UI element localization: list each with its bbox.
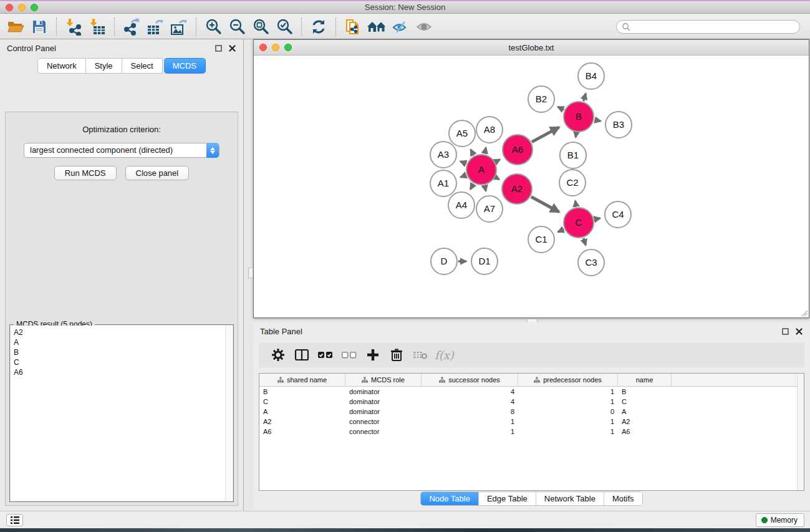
edge-C-C1[interactable] — [558, 230, 564, 232]
hide-selected-icon[interactable] — [388, 16, 412, 37]
export-table-icon[interactable] — [143, 16, 167, 37]
close-panel-button[interactable]: Close panel — [125, 166, 190, 180]
save-session-icon[interactable] — [27, 16, 51, 37]
export-network-icon[interactable] — [120, 16, 143, 37]
zoom-selected-icon[interactable] — [272, 16, 296, 37]
table-cell[interactable]: A2 — [259, 418, 345, 425]
edge-B-B4[interactable] — [584, 94, 586, 101]
table-cell[interactable]: dominator — [345, 398, 422, 405]
import-table-icon[interactable] — [85, 16, 109, 37]
search-input[interactable] — [616, 20, 800, 34]
table-cell[interactable]: C — [259, 398, 345, 405]
refresh-icon[interactable] — [307, 16, 330, 37]
tab-mcds[interactable]: MCDS — [164, 58, 206, 74]
table-cell[interactable]: 8 — [422, 408, 518, 415]
new-network-from-selection-icon[interactable] — [341, 16, 365, 37]
float-table-panel-icon[interactable] — [781, 327, 789, 336]
table-cell[interactable]: B — [259, 388, 345, 395]
table-options-icon[interactable] — [266, 344, 290, 365]
table-cell[interactable]: 4 — [422, 388, 518, 395]
close-panel-icon[interactable] — [228, 44, 236, 52]
mcds-result-item[interactable]: B — [14, 347, 233, 357]
table-cell[interactable]: 0 — [518, 408, 618, 415]
table-cell[interactable]: dominator — [345, 388, 422, 395]
close-table-panel-icon[interactable] — [795, 327, 803, 336]
edge-A-A4[interactable] — [470, 184, 473, 190]
open-file-icon[interactable] — [4, 16, 27, 37]
result-scrollbar[interactable] — [225, 326, 233, 501]
mcds-result-list[interactable]: A2ABCA6 — [11, 326, 233, 501]
import-network-icon[interactable] — [62, 16, 85, 37]
mcds-result-item[interactable]: C — [14, 357, 233, 367]
table-scrollbar[interactable] — [797, 374, 804, 490]
edge-A-A3[interactable] — [460, 162, 466, 164]
tab-style[interactable]: Style — [86, 58, 122, 74]
edge-A-A5[interactable] — [471, 150, 474, 155]
edge-A-A6[interactable] — [496, 160, 500, 162]
edge-C-C4[interactable] — [594, 218, 600, 220]
column-header-successor-nodes[interactable]: successor nodes — [422, 374, 518, 386]
show-task-history-button[interactable] — [6, 514, 23, 526]
table-cell[interactable]: 1 — [518, 388, 618, 395]
table-row[interactable]: Bdominator41B — [259, 387, 804, 397]
tab-node-table[interactable]: Node Table — [421, 492, 479, 505]
edge-A-A8[interactable] — [485, 148, 486, 154]
select-all-columns-icon[interactable] — [314, 344, 337, 365]
edge-A-A7[interactable] — [485, 185, 486, 191]
table-cell[interactable]: 1 — [518, 418, 618, 425]
mcds-result-item[interactable]: A2 — [14, 327, 233, 337]
column-header-name[interactable]: name — [618, 374, 672, 386]
delete-columns-icon[interactable] — [385, 344, 408, 365]
show-columns-icon[interactable] — [290, 344, 314, 365]
table-cell[interactable]: A2 — [618, 418, 672, 425]
edge-B-B1[interactable] — [576, 133, 576, 137]
table-cell[interactable]: 1 — [518, 398, 618, 405]
unselect-all-columns-icon[interactable] — [337, 344, 361, 365]
edge-B-B2[interactable] — [558, 107, 564, 110]
table-row[interactable]: A6connector11A6 — [259, 427, 804, 437]
add-column-icon[interactable] — [361, 344, 385, 365]
edge-A2-C[interactable] — [531, 196, 559, 211]
column-header-predecessor-nodes[interactable]: predecessor nodes — [518, 374, 618, 386]
table-row[interactable]: A2connector11A2 — [259, 417, 804, 427]
table-cell[interactable]: 1 — [518, 428, 618, 435]
resize-grip-icon[interactable] — [801, 309, 808, 317]
table-cell[interactable]: A — [618, 408, 672, 415]
table-cell[interactable]: 1 — [422, 418, 518, 425]
zoom-in-icon[interactable] — [201, 16, 225, 37]
table-cell[interactable]: connector — [345, 418, 422, 425]
float-panel-icon[interactable] — [215, 44, 223, 52]
export-image-icon[interactable] — [167, 16, 191, 37]
show-all-icon[interactable] — [412, 16, 436, 37]
table-cell[interactable]: A — [259, 408, 345, 415]
mcds-result-item[interactable]: A — [14, 337, 233, 347]
column-header-MCDS-role[interactable]: MCDS role — [345, 374, 422, 386]
run-mcds-button[interactable]: Run MCDS — [54, 166, 117, 180]
edge-B-B3[interactable] — [594, 120, 600, 121]
vertical-splitter-handle[interactable] — [248, 268, 253, 278]
table-cell[interactable]: dominator — [345, 408, 422, 415]
edge-C-C2[interactable] — [576, 201, 576, 206]
first-neighbors-icon[interactable] — [365, 16, 388, 37]
mcds-result-item[interactable]: A6 — [14, 367, 233, 377]
network-canvas[interactable]: AA1A2A3A4A5A6A7A8BB1B2B3B4CC1C2C3C4DD1 — [254, 56, 809, 317]
edge-C-C3[interactable] — [584, 238, 586, 245]
table-row[interactable]: Adominator80A — [259, 407, 804, 417]
column-header-shared-name[interactable]: shared name — [259, 374, 345, 386]
zoom-out-icon[interactable] — [225, 16, 249, 37]
table-cell[interactable]: A6 — [259, 428, 345, 435]
tab-motifs[interactable]: Motifs — [604, 492, 642, 505]
table-cell[interactable]: 1 — [422, 428, 518, 435]
network-window-titlebar[interactable]: testGlobe.txt — [254, 40, 809, 56]
criterion-select[interactable]: largest connected component (directed) — [24, 143, 219, 158]
tab-edge-table[interactable]: Edge Table — [479, 492, 536, 505]
zoom-fit-icon[interactable] — [249, 16, 272, 37]
memory-button[interactable]: Memory — [756, 513, 804, 527]
edge-A6-B[interactable] — [532, 127, 559, 142]
tab-network[interactable]: Network — [37, 58, 86, 74]
tab-select[interactable]: Select — [122, 58, 163, 74]
edge-A-A2[interactable] — [496, 177, 499, 179]
table-cell[interactable]: 4 — [422, 398, 518, 405]
table-cell[interactable]: A6 — [618, 428, 672, 435]
tab-network-table[interactable]: Network Table — [536, 492, 604, 505]
